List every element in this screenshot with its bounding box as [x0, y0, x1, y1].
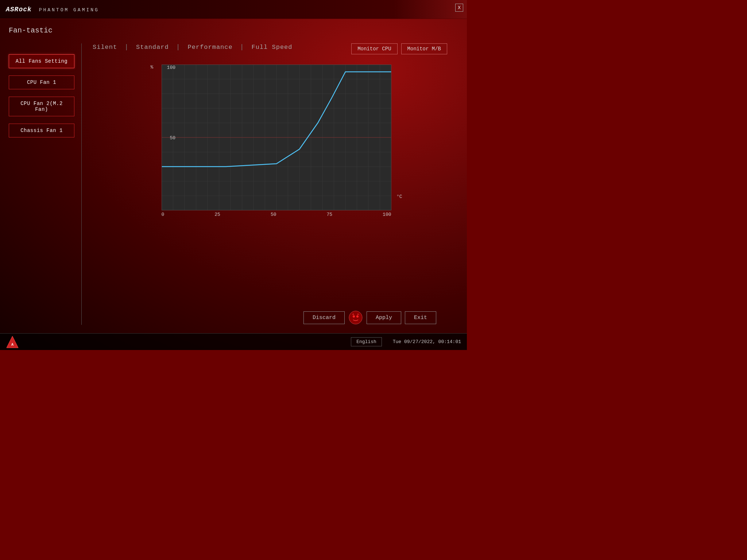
exit-button[interactable]: Exit [405, 311, 436, 324]
logo-phantom: PHANTOM GAMING [39, 7, 99, 13]
logo: ASRock PHANTOM GAMING [6, 6, 99, 13]
top-bar: ASRock PHANTOM GAMING [0, 0, 467, 19]
bottom-bar: A English Tue 09/27/2022, 00:14:01 [0, 333, 467, 350]
chart-area: Silent | Standard | Performance | Full S… [82, 43, 458, 325]
chart-full-wrapper: % °C 0 25 50 75 100 [149, 61, 391, 217]
preset-performance[interactable]: Performance [187, 44, 232, 51]
x-label-0: 0 [162, 212, 165, 217]
content-layout: All Fans Setting CPU Fan 1 CPU Fan 2(M.2… [9, 43, 458, 325]
sidebar-btn-cpu-fan1[interactable]: CPU Fan 1 [9, 75, 74, 89]
sidebar-btn-chassis-fan1[interactable]: Chassis Fan 1 [9, 124, 74, 137]
monitor-cpu-button[interactable]: Monitor CPU [351, 43, 397, 54]
chart-x-unit: °C [396, 194, 402, 199]
x-label-25: 25 [214, 212, 220, 217]
bottom-left: A [6, 335, 19, 349]
x-label-75: 75 [326, 212, 332, 217]
chart-top-row: Silent | Standard | Performance | Full S… [93, 43, 447, 58]
preset-standard[interactable]: Standard [136, 44, 169, 51]
chart-wrapper: % °C [162, 65, 391, 210]
svg-point-0 [349, 311, 362, 324]
language-button[interactable]: English [351, 337, 382, 346]
monitor-mb-button[interactable]: Monitor M/B [401, 43, 447, 54]
chart-x-labels: 0 25 50 75 100 [162, 212, 391, 217]
asrock-logo-icon: A [6, 335, 19, 349]
preset-silent[interactable]: Silent [93, 44, 117, 51]
x-label-50: 50 [271, 212, 276, 217]
chart-inner: % °C [162, 65, 391, 210]
preset-fullspeed[interactable]: Full Speed [252, 44, 293, 51]
apply-button[interactable]: Apply [367, 311, 401, 324]
logo-asrock: ASRock [6, 6, 32, 13]
fan-chart-canvas[interactable] [162, 65, 391, 210]
svg-text:A: A [11, 343, 13, 347]
svg-point-2 [356, 315, 359, 318]
x-label-100: 100 [383, 212, 391, 217]
chart-y-label: % [151, 65, 154, 70]
main-content: Fan-tastic All Fans Setting CPU Fan 1 CP… [0, 19, 467, 333]
bottom-right: English Tue 09/27/2022, 00:14:01 [351, 337, 461, 346]
page-title: Fan-tastic [9, 26, 458, 35]
sidebar-btn-all-fans[interactable]: All Fans Setting [9, 54, 74, 68]
action-buttons: Discard Apply Exit [93, 304, 447, 325]
discard-button[interactable]: Discard [303, 311, 345, 324]
svg-point-1 [353, 315, 355, 318]
mascot-icon [348, 310, 363, 325]
sidebar: All Fans Setting CPU Fan 1 CPU Fan 2(M.2… [9, 43, 82, 325]
datetime: Tue 09/27/2022, 00:14:01 [393, 339, 461, 345]
sidebar-btn-cpu-fan2[interactable]: CPU Fan 2(M.2 Fan) [9, 97, 74, 116]
preset-tabs: Silent | Standard | Performance | Full S… [93, 43, 293, 51]
close-button[interactable]: X [455, 4, 463, 12]
monitor-buttons: Monitor CPU Monitor M/B [351, 43, 447, 54]
